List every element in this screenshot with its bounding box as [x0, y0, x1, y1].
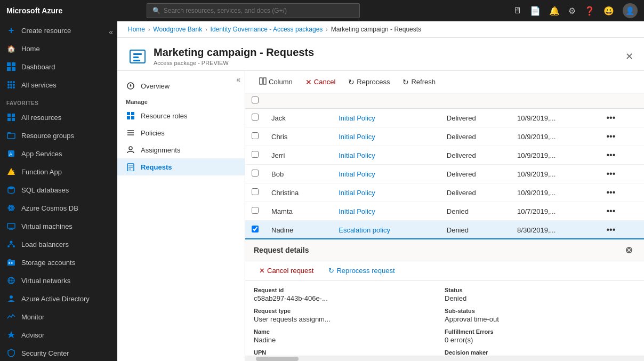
directory-icon[interactable]: 📄 — [530, 6, 541, 16]
cancel-button[interactable]: ✕ Cancel — [300, 76, 341, 89]
row-actions[interactable]: ••• — [597, 127, 644, 146]
svg-point-32 — [7, 245, 10, 247]
sidebar-item-all-resources[interactable]: All resources — [0, 108, 117, 126]
sidebar-item-load-balancers[interactable]: Load balancers — [0, 235, 117, 253]
reprocess-request-button[interactable]: ↻ Reprocess request — [323, 264, 400, 277]
sidebar-item-virtual-networks[interactable]: Virtual networks — [0, 271, 117, 290]
left-panel-item-resource-roles[interactable]: Resource roles — [117, 107, 245, 124]
sidebar-item-label: Load balancers — [21, 240, 69, 248]
row-name: Nadine — [265, 221, 332, 239]
page-close-button[interactable]: ✕ — [625, 51, 633, 62]
cloud-shell-icon[interactable]: 🖥 — [513, 6, 521, 15]
left-panel-item-policies[interactable]: Policies — [117, 124, 245, 141]
all-services-icon — [6, 80, 16, 90]
avatar[interactable]: 👤 — [623, 3, 638, 18]
table-row[interactable]: Jerri Initial Policy Delivered 10/9/2019… — [245, 146, 644, 165]
row-checkbox[interactable] — [252, 188, 259, 195]
sidebar-item-virtual-machines[interactable]: Virtual machines — [0, 217, 117, 235]
row-more-button[interactable]: ••• — [603, 205, 618, 217]
row-actions[interactable]: ••• — [597, 221, 644, 239]
sidebar-item-resource-groups[interactable]: Resource groups — [0, 126, 117, 145]
row-policy[interactable]: Initial Policy — [332, 183, 440, 202]
row-checkbox-cell[interactable] — [245, 183, 265, 202]
row-policy[interactable]: Escalation policy — [332, 221, 440, 239]
table-row[interactable]: Chris Initial Policy Delivered 10/9/2019… — [245, 127, 644, 146]
sidebar-item-advisor[interactable]: Advisor — [0, 326, 117, 344]
table-row[interactable]: Nadine Escalation policy Denied 8/30/201… — [245, 221, 644, 239]
sidebar-item-dashboard[interactable]: Dashboard — [0, 58, 117, 76]
sidebar-item-function-app[interactable]: ⚡ Function App — [0, 163, 117, 181]
notifications-icon[interactable]: 🔔 — [549, 6, 560, 16]
table-row[interactable]: Christina Initial Policy Delivered 10/9/… — [245, 183, 644, 202]
svg-point-8 — [10, 84, 12, 86]
row-checkbox-cell[interactable] — [245, 127, 265, 146]
help-icon[interactable]: ❓ — [584, 6, 595, 16]
row-checkbox-cell[interactable] — [245, 165, 265, 183]
column-button[interactable]: Column — [254, 75, 298, 89]
sidebar-item-sql-databases[interactable]: SQL databases — [0, 181, 117, 199]
left-panel-collapse-button[interactable]: « — [236, 75, 240, 84]
svg-marker-45 — [7, 331, 15, 338]
requests-table-container[interactable]: Jack Initial Policy Delivered 10/9/2019,… — [245, 93, 644, 238]
table-row[interactable]: Mamta Initial Policy Denied 10/7/2019,..… — [245, 202, 644, 221]
row-checkbox[interactable] — [252, 151, 259, 158]
sidebar-item-azure-active-directory[interactable]: Azure Active Directory — [0, 290, 117, 308]
row-checkbox[interactable] — [252, 114, 259, 121]
row-checkbox[interactable] — [252, 207, 259, 214]
sidebar-item-cosmos-db[interactable]: Azure Cosmos DB — [0, 199, 117, 217]
cancel-request-button[interactable]: ✕ Cancel request — [254, 264, 319, 277]
sidebar-item-all-services[interactable]: All services — [0, 76, 117, 94]
row-policy[interactable]: Initial Policy — [332, 165, 440, 183]
svg-rect-2 — [7, 67, 11, 71]
row-checkbox-cell[interactable] — [245, 146, 265, 165]
sidebar-item-home[interactable]: 🏠 Home — [0, 39, 117, 58]
left-panel-item-overview[interactable]: Overview — [117, 77, 245, 94]
row-actions[interactable]: ••• — [597, 202, 644, 221]
row-checkbox-cell[interactable] — [245, 109, 265, 127]
row-actions[interactable]: ••• — [597, 183, 644, 202]
row-more-button[interactable]: ••• — [603, 131, 618, 142]
sidebar-item-monitor[interactable]: Monitor — [0, 308, 117, 326]
breadcrumb-sep-1: › — [148, 27, 150, 33]
row-more-button[interactable]: ••• — [603, 112, 618, 124]
table-row[interactable]: Bob Initial Policy Delivered 10/9/2019,.… — [245, 165, 644, 183]
row-more-button[interactable]: ••• — [603, 149, 618, 161]
left-panel-item-label: Policies — [141, 129, 165, 137]
horizontal-scrollbar[interactable] — [245, 356, 644, 361]
row-more-button[interactable]: ••• — [603, 224, 618, 236]
sidebar-item-storage-accounts[interactable]: Storage accounts — [0, 253, 117, 271]
row-checkbox[interactable] — [252, 170, 259, 177]
breadcrumb-home[interactable]: Home — [128, 26, 145, 33]
search-box[interactable]: 🔍 — [147, 3, 360, 18]
search-input[interactable] — [164, 7, 354, 14]
left-panel-item-requests[interactable]: Requests — [117, 158, 245, 175]
row-checkbox-cell[interactable] — [245, 221, 265, 239]
row-more-button[interactable]: ••• — [603, 168, 618, 180]
row-actions[interactable]: ••• — [597, 109, 644, 127]
left-panel-item-assignments[interactable]: Assignments — [117, 141, 245, 158]
table-row[interactable]: Jack Initial Policy Delivered 10/9/2019,… — [245, 109, 644, 127]
row-more-button[interactable]: ••• — [603, 187, 618, 198]
sidebar-item-create-resource[interactable]: + Create resource — [0, 21, 117, 39]
row-checkbox-cell[interactable] — [245, 202, 265, 221]
feedback-icon[interactable]: 😀 — [603, 6, 614, 16]
breadcrumb-identity-governance[interactable]: Identity Governance - Access packages — [211, 26, 323, 33]
breadcrumb-woodgrove[interactable]: Woodgrove Bank — [153, 26, 202, 33]
row-policy[interactable]: Initial Policy — [332, 202, 440, 221]
sidebar-item-security-center[interactable]: Security Center — [0, 344, 117, 361]
row-policy[interactable]: Initial Policy — [332, 127, 440, 146]
request-details-close-button[interactable] — [623, 244, 635, 256]
row-policy[interactable]: Initial Policy — [332, 146, 440, 165]
row-policy[interactable]: Initial Policy — [332, 109, 440, 127]
row-checkbox[interactable] — [252, 226, 259, 232]
row-checkbox[interactable] — [252, 132, 259, 139]
settings-icon[interactable]: ⚙ — [568, 6, 576, 16]
row-actions[interactable]: ••• — [597, 146, 644, 165]
reprocess-button[interactable]: ↻ Reprocess — [343, 76, 395, 89]
select-all-checkbox[interactable] — [252, 97, 259, 103]
sidebar-item-app-services[interactable]: A App Services — [0, 145, 117, 163]
select-all-header[interactable] — [245, 93, 265, 109]
row-actions[interactable]: ••• — [597, 165, 644, 183]
refresh-button[interactable]: ↻ Refresh — [397, 76, 441, 89]
left-panel: « Overview Manage Resource roles — [117, 71, 245, 361]
